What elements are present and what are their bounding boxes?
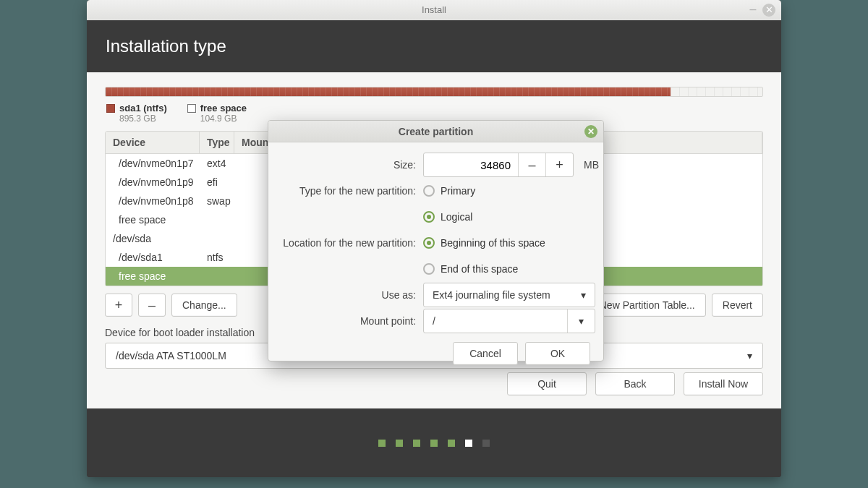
install-now-button[interactable]: Install Now [684,372,763,395]
mountpoint-combo[interactable]: / ▾ [423,309,595,333]
close-icon[interactable]: ✕ [762,4,775,17]
back-button[interactable]: Back [595,372,675,395]
mountpoint-value[interactable]: / [424,309,567,333]
useas-label: Use as: [278,289,423,301]
cancel-button[interactable]: Cancel [453,342,518,365]
new-partition-table-button[interactable]: New Partition Table... [589,294,706,317]
partition-usage-bar[interactable] [105,87,763,97]
cell-type [200,229,234,248]
radio-primary[interactable]: Primary [423,185,475,197]
radio-end-label: End of this space [441,263,518,275]
change-button[interactable]: Change... [171,294,237,317]
remove-button[interactable]: – [138,294,166,317]
cell-device: /dev/nvme0n1p7 [106,154,200,173]
pager-dot[interactable] [396,440,403,447]
cell-type: ext4 [200,154,234,173]
ok-button[interactable]: OK [525,342,590,365]
radio-icon [423,185,435,197]
size-input[interactable] [424,153,518,176]
minimize-icon[interactable]: – [746,4,760,17]
cell-type: ntfs [200,248,234,267]
chevron-down-icon: ▾ [747,350,752,361]
location-label: Location for the new partition: [278,237,423,249]
useas-value: Ext4 journaling file system [433,289,550,301]
radio-location-end[interactable]: End of this space [423,263,518,275]
radio-begin-label: Beginning of this space [441,237,545,249]
cell-device: free space [106,267,200,286]
cell-device: /dev/nvme0n1p9 [106,173,200,192]
radio-logical[interactable]: Logical [423,211,472,223]
size-decrement-button[interactable]: – [518,153,545,176]
swatch-icon [106,104,115,113]
legend-free: free space 104.9 GB [187,103,247,124]
page-title: Installation type [106,36,226,56]
useas-select[interactable]: Ext4 journaling file system ▾ [423,283,595,307]
radio-logical-label: Logical [441,211,472,223]
pager-dot[interactable] [448,440,455,447]
size-unit: MB [584,159,599,171]
dialog-close-icon[interactable]: ✕ [584,125,597,138]
cell-type: efi [200,173,234,192]
cell-device: free space [106,210,200,229]
swatch-icon [187,104,196,113]
pager-dot[interactable] [378,440,386,447]
cell-type [200,210,234,229]
dialog-title: Create partition [399,126,473,137]
usage-free-segment [671,87,762,96]
usage-used-segment [106,87,671,96]
bootloader-value: /dev/sda ATA ST1000LM [116,350,226,361]
pager-dot[interactable] [413,440,420,447]
legend-used-size: 895.3 GB [119,114,167,124]
window-titlebar[interactable]: Install – ✕ [87,0,781,20]
footer-buttons: Quit Back Install Now [507,372,763,395]
header-type[interactable]: Type [200,132,234,153]
window-title: Install [422,4,446,15]
cell-device: /dev/sda1 [106,248,200,267]
pager-dot[interactable] [465,440,472,447]
radio-icon [423,211,435,223]
radio-icon [423,263,435,275]
chevron-down-icon: ▾ [581,289,586,301]
dialog-actions: Cancel OK [268,342,603,375]
legend-free-name: free space [200,103,247,114]
cell-device: /dev/nvme0n1p8 [106,192,200,210]
size-spinner: – + [423,153,574,177]
page-indicator [87,408,781,477]
radio-primary-label: Primary [441,185,475,197]
pager-dot[interactable] [482,440,490,447]
header-device[interactable]: Device [106,132,200,153]
dialog-titlebar[interactable]: Create partition ✕ [268,121,603,142]
radio-icon [423,237,435,249]
size-label: Size: [278,159,423,171]
legend-used-name: sda1 (ntfs) [119,103,167,114]
chevron-down-icon[interactable]: ▾ [567,309,595,333]
size-increment-button[interactable]: + [545,153,573,176]
cell-type [200,267,234,286]
type-label: Type for the new partition: [278,185,423,197]
revert-button[interactable]: Revert [712,294,763,317]
legend-free-size: 104.9 GB [200,114,247,124]
radio-location-begin[interactable]: Beginning of this space [423,237,545,249]
cell-device: /dev/sda [106,229,200,248]
legend-used: sda1 (ntfs) 895.3 GB [106,103,167,124]
page-header: Installation type [87,20,781,72]
add-button[interactable]: + [105,294,132,317]
quit-button[interactable]: Quit [507,372,587,395]
pager-dot[interactable] [430,440,438,447]
mountpoint-label: Mount point: [278,315,423,327]
create-partition-dialog: Create partition ✕ Size: – + MB Type for… [268,120,604,361]
cell-type: swap [200,192,234,210]
